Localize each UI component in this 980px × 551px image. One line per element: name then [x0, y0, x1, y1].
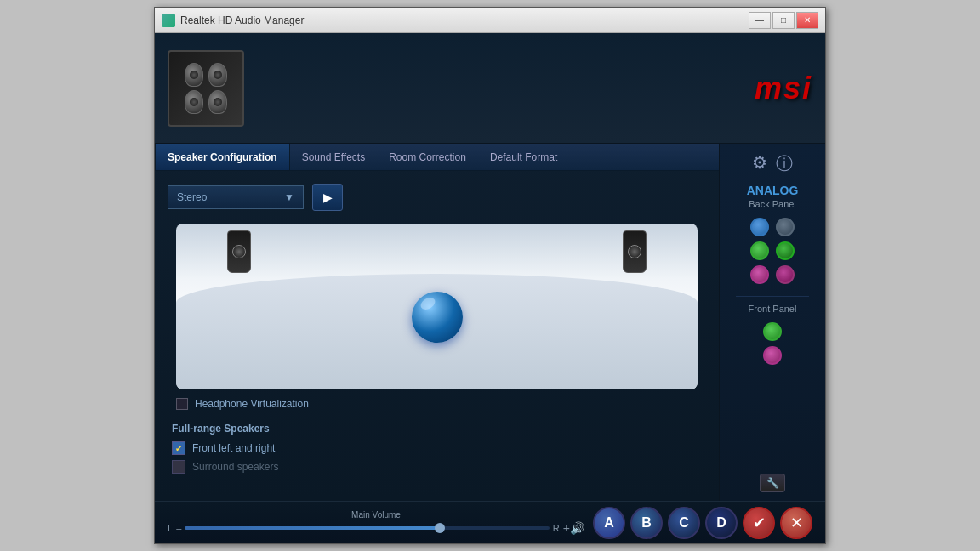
check-icon: ✔ — [753, 514, 766, 532]
device-buttons: A B C D ✔ ✕ — [593, 507, 812, 539]
volume-up-icon[interactable]: +🔊 — [563, 521, 584, 535]
dropdown-arrow-icon: ▼ — [284, 191, 294, 203]
speaker-select-row: Stereo ▼ ▶ — [168, 184, 706, 211]
port-pink-1[interactable] — [750, 265, 769, 284]
front-panel-label: Front Panel — [749, 304, 797, 314]
tab-speaker-configuration[interactable]: Speaker Configuration — [155, 144, 290, 170]
headphone-virt-checkbox[interactable] — [176, 398, 188, 410]
surround-speakers-label: Surround speakers — [192, 461, 278, 473]
tab-default-format[interactable]: Default Format — [478, 144, 569, 170]
right-panel: ⚙ ⓘ ANALOG Back Panel Front Panel — [719, 144, 825, 501]
port-pink-2[interactable] — [776, 265, 795, 284]
app-window: Realtek HD Audio Manager — □ ✕ msi — [154, 7, 826, 544]
confirm-button[interactable]: ✔ — [743, 507, 775, 539]
speaker-circle-tl — [185, 63, 203, 87]
right-speaker-graphic — [623, 230, 647, 273]
app-icon — [162, 14, 175, 27]
tab-room-correction[interactable]: Room Correction — [377, 144, 478, 170]
tab-sound-effects[interactable]: Sound Effects — [290, 144, 378, 170]
left-channel-label: L — [168, 523, 173, 533]
info-icon[interactable]: ⓘ — [776, 152, 793, 175]
speaker-icon-right — [208, 63, 227, 114]
mute-icon[interactable]: – — [176, 523, 181, 533]
front-left-right-row: ✔ Front left and right — [172, 441, 706, 455]
close-button[interactable]: ✕ — [796, 12, 818, 29]
full-range-title: Full-range Speakers — [172, 423, 706, 435]
app-header: msi — [155, 33, 825, 144]
port-blue-1[interactable] — [750, 218, 769, 236]
port-green-1[interactable] — [750, 241, 769, 260]
speaker-circle-br — [208, 90, 227, 114]
separator — [736, 296, 809, 297]
speaker-thumbnail — [168, 50, 244, 127]
surround-speakers-row: Surround speakers — [172, 460, 706, 474]
left-speaker-graphic — [227, 230, 251, 273]
speaker-type-dropdown[interactable]: Stereo ▼ — [168, 185, 304, 209]
back-panel-label: Back Panel — [749, 199, 796, 209]
device-b-button[interactable]: B — [630, 507, 663, 539]
play-icon: ▶ — [323, 190, 333, 204]
volume-label: Main Volume — [168, 510, 584, 520]
back-panel-ports-row3 — [750, 265, 795, 284]
back-panel-ports-row1 — [750, 218, 795, 236]
left-panel: Speaker Configuration Sound Effects Room… — [155, 144, 719, 501]
front-left-right-checkbox[interactable]: ✔ — [172, 441, 185, 455]
wrench-button[interactable]: 🔧 — [760, 474, 785, 492]
volume-controls: L – R +🔊 — [168, 521, 584, 535]
title-bar: Realtek HD Audio Manager — □ ✕ — [155, 8, 825, 33]
maximize-button[interactable]: □ — [772, 12, 795, 29]
port-green-2[interactable] — [776, 241, 795, 260]
settings-icon[interactable]: ⚙ — [752, 152, 767, 175]
right-panel-icons: ⚙ ⓘ — [752, 152, 793, 175]
front-port-pink[interactable] — [763, 346, 782, 365]
minimize-button[interactable]: — — [749, 12, 771, 29]
bottom-bar: Main Volume L – R +🔊 A B C — [155, 501, 825, 543]
headphone-virt-row: Headphone Virtualization — [176, 398, 698, 410]
speaker-circle-tr — [208, 63, 227, 87]
speaker-viz-left — [227, 230, 251, 273]
volume-slider-fill — [185, 526, 440, 530]
play-test-button[interactable]: ▶ — [312, 184, 343, 211]
front-port-green[interactable] — [763, 322, 782, 341]
front-panel-ports-row1 — [763, 322, 782, 341]
title-buttons: — □ ✕ — [749, 12, 818, 29]
full-range-section: Full-range Speakers ✔ Front left and rig… — [168, 418, 706, 474]
title-bar-left: Realtek HD Audio Manager — [162, 14, 304, 27]
port-gray-1[interactable] — [776, 218, 795, 236]
front-left-right-label: Front left and right — [192, 442, 275, 454]
right-channel-label: R — [553, 523, 560, 533]
analog-label: ANALOG — [747, 184, 799, 197]
tabs-bar: Speaker Configuration Sound Effects Room… — [155, 144, 719, 171]
window-title: Realtek HD Audio Manager — [180, 14, 304, 26]
main-area: Speaker Configuration Sound Effects Room… — [155, 144, 825, 501]
speaker-visualization — [176, 224, 698, 389]
headphone-virt-label: Headphone Virtualization — [195, 398, 309, 410]
dropdown-value: Stereo — [177, 191, 207, 203]
volume-slider[interactable] — [185, 526, 550, 530]
surround-speakers-checkbox[interactable] — [172, 460, 185, 474]
back-panel-ports-row2 — [750, 241, 795, 260]
device-c-button[interactable]: C — [668, 507, 700, 539]
speaker-viz-right — [623, 230, 647, 273]
volume-slider-thumb — [435, 523, 445, 533]
content-area: Stereo ▼ ▶ — [155, 171, 719, 491]
x-icon: ✕ — [790, 514, 803, 532]
msi-logo: msi — [755, 71, 812, 106]
wrench-icon: 🔧 — [766, 477, 779, 489]
volume-wrapper: Main Volume L – R +🔊 — [168, 510, 584, 535]
speaker-icon-left — [185, 63, 203, 114]
front-panel-ports-row2 — [763, 346, 782, 365]
device-d-button[interactable]: D — [705, 507, 738, 539]
device-a-button[interactable]: A — [593, 507, 625, 539]
speaker-circle-bl — [185, 90, 203, 114]
cancel-button[interactable]: ✕ — [780, 507, 812, 539]
speaker-ball — [412, 292, 463, 343]
